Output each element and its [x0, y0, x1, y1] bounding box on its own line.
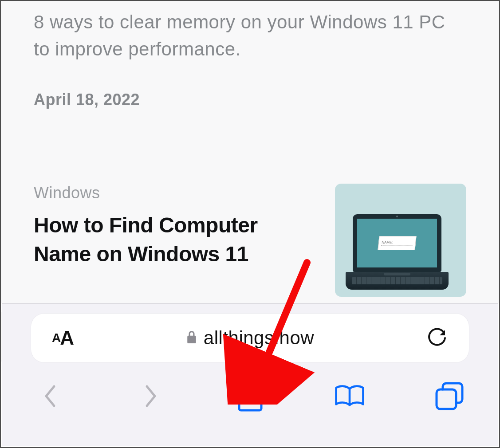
article-title[interactable]: How to Find Computer Name on Windows 11 [34, 211, 317, 269]
chevron-left-icon [42, 383, 59, 409]
reader-text-size-button[interactable]: AA [47, 322, 79, 354]
svg-rect-0 [437, 389, 456, 409]
article-category[interactable]: Windows [34, 184, 317, 202]
refresh-icon [427, 327, 447, 349]
article-date: April 18, 2022 [34, 90, 466, 109]
article-card[interactable]: Windows How to Find Computer Name on Win… [34, 184, 466, 297]
tabs-button[interactable] [433, 380, 465, 412]
back-button[interactable] [35, 380, 67, 412]
laptop-label-text: NAME: [382, 240, 413, 244]
address-bar-url[interactable]: allthings.how [79, 327, 421, 349]
refresh-button[interactable] [421, 322, 453, 354]
article-excerpt: 8 ways to clear memory on your Windows 1… [34, 1, 466, 63]
bottom-toolbar [2, 362, 498, 412]
forward-button[interactable] [134, 380, 166, 412]
share-icon [237, 380, 263, 412]
article-thumbnail[interactable]: NAME: [335, 184, 466, 297]
tabs-icon [435, 381, 464, 411]
share-button[interactable] [234, 380, 266, 412]
book-icon [334, 383, 366, 409]
address-bar-domain-text: allthings.how [204, 327, 314, 349]
text-size-small-a: A [52, 331, 61, 345]
laptop-illustration: NAME: [353, 214, 449, 290]
lock-icon [186, 330, 197, 346]
browser-chrome: AA allthings.how [2, 303, 498, 446]
page-content: 8 ways to clear memory on your Windows 1… [1, 1, 499, 303]
address-bar[interactable]: AA allthings.how [31, 314, 469, 362]
text-size-large-a: A [60, 327, 74, 349]
chevron-right-icon [142, 383, 159, 409]
bookmarks-button[interactable] [334, 380, 366, 412]
